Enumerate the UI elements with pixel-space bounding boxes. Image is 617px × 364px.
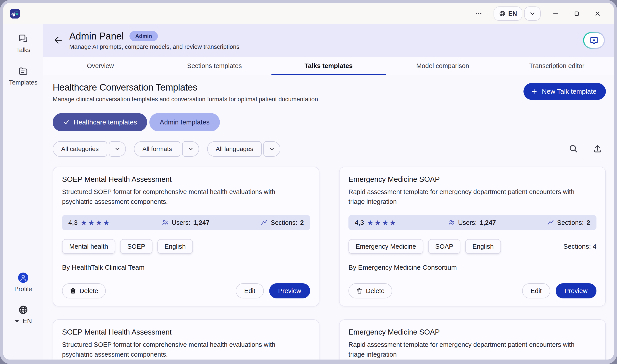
- filter-formats: All formats: [134, 141, 199, 157]
- card-stats-bar: 4,3 ★★★★ Users: 1,247 Sections:: [349, 215, 596, 230]
- card-title: SOEP Mental Health Assessment: [62, 175, 310, 183]
- trend-icon: [547, 219, 554, 226]
- delete-label: Delete: [366, 287, 385, 295]
- chevron-down-icon: [114, 146, 121, 152]
- toggle-admin-templates[interactable]: Admin templates: [149, 113, 220, 131]
- card-tags: Mental health SOEP English: [62, 239, 310, 254]
- chevron-down-icon: [268, 146, 275, 152]
- template-card: SOEP Mental Health Assessment Structured…: [53, 319, 320, 360]
- delete-button[interactable]: Delete: [349, 283, 392, 299]
- back-button[interactable]: [53, 35, 63, 46]
- users-value: 1,247: [193, 219, 210, 226]
- titlebar-language-button[interactable]: EN: [494, 6, 522, 21]
- app-logo-icon: [10, 9, 20, 19]
- card-sections-stat: Sections: 2: [547, 219, 590, 226]
- new-talk-template-label: New Talk template: [542, 88, 596, 95]
- preview-label: Preview: [564, 287, 588, 295]
- delete-button[interactable]: Delete: [62, 283, 106, 299]
- titlebar: EN: [3, 3, 614, 24]
- users-label: Users:: [172, 219, 190, 226]
- card-title: Emergency Medicine SOAP: [349, 175, 596, 183]
- filter-languages: All languages: [207, 141, 280, 157]
- tab-sections-templates[interactable]: Sections templates: [157, 57, 271, 75]
- toggle-healthcare-templates[interactable]: Healthcare templates: [53, 113, 147, 131]
- app-body: Talks Templates Profile: [3, 24, 614, 360]
- preview-label: Preview: [278, 287, 301, 295]
- tab-transcription-editor[interactable]: Transcription editor: [500, 57, 614, 75]
- folder-icon: [18, 66, 28, 76]
- close-icon: [594, 10, 601, 17]
- sidebar-bottom: Profile EN: [14, 273, 32, 337]
- titlebar-language-dropdown[interactable]: [524, 6, 541, 21]
- sidebar-item-label: Templates: [9, 79, 38, 86]
- sidebar-item-templates[interactable]: Templates: [9, 66, 38, 86]
- card-author: By HealthTalk Clinical Team: [62, 264, 310, 271]
- tag-chip: Emergency Medicine: [349, 239, 423, 254]
- close-button[interactable]: [591, 8, 604, 20]
- edit-label: Edit: [531, 287, 542, 295]
- admin-badge: Admin: [130, 31, 158, 41]
- trash-icon: [70, 287, 76, 294]
- sidebar: Talks Templates Profile: [3, 24, 43, 360]
- tag-chip: English: [465, 239, 501, 254]
- card-sections-note: Sections: 4: [563, 243, 596, 250]
- filter-categories-dropdown[interactable]: [109, 141, 126, 157]
- tab-model-comparison[interactable]: Model comparison: [386, 57, 500, 75]
- card-title: SOEP Mental Health Assessment: [62, 328, 310, 336]
- users-value: 1,247: [480, 219, 496, 226]
- filter-languages-dropdown[interactable]: [263, 141, 280, 157]
- trash-icon: [356, 287, 363, 294]
- filter-languages-button[interactable]: All languages: [207, 141, 262, 157]
- sections-value: 2: [300, 219, 304, 226]
- card-rating: 4,3 ★★★★: [68, 219, 110, 226]
- card-description: Structured SOEP format for comprehensive…: [62, 187, 299, 207]
- template-card: Emergency Medicine SOAP Rapid assessment…: [339, 167, 606, 306]
- titlebar-controls: EN: [473, 6, 604, 21]
- tab-talks-templates[interactable]: Talks templates: [271, 57, 386, 75]
- profile-avatar-icon: [18, 273, 28, 283]
- chevron-down-icon: [529, 10, 536, 17]
- page-head: Healthcare Conversation Templates Manage…: [53, 82, 606, 103]
- language-caret-icon: [14, 320, 19, 323]
- plus-icon: [531, 88, 538, 95]
- admin-panel-subtitle: Manage AI prompts, compare models, and r…: [69, 43, 239, 51]
- template-card: Emergency Medicine SOAP Rapid assessment…: [339, 319, 606, 360]
- card-actions: Delete Edit Preview: [349, 283, 596, 299]
- users-icon: [448, 219, 455, 226]
- sidebar-profile[interactable]: Profile: [14, 273, 32, 293]
- search-icon: [568, 144, 579, 154]
- edit-button[interactable]: Edit: [236, 283, 264, 299]
- preview-button[interactable]: Preview: [556, 283, 596, 299]
- globe-icon: [18, 305, 28, 315]
- upload-button[interactable]: [592, 144, 603, 155]
- preview-button[interactable]: Preview: [269, 283, 310, 299]
- filter-bar: All categories All formats All languages: [53, 141, 606, 157]
- globe-icon: [499, 10, 506, 17]
- upload-icon: [592, 144, 603, 154]
- tab-overview[interactable]: Overview: [43, 57, 157, 75]
- sections-label: Sections:: [271, 219, 297, 226]
- sidebar-item-talks[interactable]: Talks: [16, 33, 30, 53]
- card-author: By Emergency Medicine Consortium: [349, 264, 596, 271]
- edit-button[interactable]: Edit: [522, 283, 550, 299]
- tag-chip: Mental health: [62, 239, 115, 254]
- more-options-button[interactable]: [473, 8, 485, 20]
- arrow-left-icon: [53, 35, 63, 45]
- rating-value: 4,3: [355, 219, 364, 226]
- page-subtitle: Manage clinical conversation templates a…: [53, 96, 318, 103]
- page-header: Admin Panel Admin Manage AI prompts, com…: [43, 24, 614, 57]
- filter-formats-dropdown[interactable]: [182, 141, 199, 157]
- filter-action-icons: [568, 144, 606, 155]
- maximize-button[interactable]: [571, 8, 583, 20]
- new-talk-template-button[interactable]: New Talk template: [523, 83, 606, 100]
- template-scope-toggle: Healthcare templates Admin templates: [53, 113, 606, 131]
- check-icon: [63, 119, 70, 126]
- search-button[interactable]: [568, 144, 579, 155]
- filter-formats-button[interactable]: All formats: [134, 141, 180, 157]
- card-sections-stat: Sections: 2: [261, 219, 304, 226]
- sidebar-language-switcher[interactable]: EN: [14, 305, 32, 325]
- minimize-button[interactable]: [550, 8, 562, 20]
- ai-assistant-button[interactable]: [583, 32, 605, 49]
- sections-label: Sections:: [557, 219, 584, 226]
- filter-categories-button[interactable]: All categories: [53, 141, 107, 157]
